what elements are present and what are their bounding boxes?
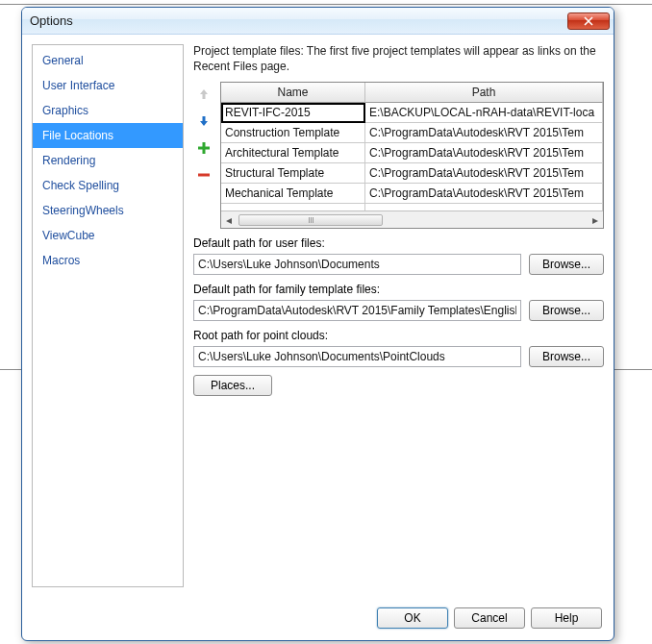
template-grid: NamePathREVIT-IFC-2015E:\BACKUP\LOCAL-nR…	[221, 83, 603, 211]
column-header-name[interactable]: Name	[221, 83, 365, 103]
sidebar-item-file-locations[interactable]: File Locations	[33, 123, 183, 148]
places-button[interactable]: Places...	[193, 375, 272, 396]
family-templates-browse-button[interactable]: Browse...	[529, 300, 604, 321]
user-files-label: Default path for user files:	[193, 236, 604, 250]
sidebar-item-graphics[interactable]: Graphics	[33, 98, 183, 123]
scroll-track[interactable]	[237, 213, 588, 227]
sidebar-item-viewcube[interactable]: ViewCube	[33, 223, 183, 248]
close-button[interactable]	[567, 12, 610, 30]
table-cell-path[interactable]: C:\ProgramData\Autodesk\RVT 2015\Tem	[365, 163, 603, 184]
point-clouds-input[interactable]	[193, 346, 521, 367]
table-cell-path[interactable]: C:\ProgramData\Autodesk\RVT 2015\Tem	[365, 143, 603, 163]
dialog-footer: OK Cancel Help	[22, 597, 614, 640]
cancel-button[interactable]: Cancel	[454, 607, 525, 629]
window-title: Options	[30, 13, 73, 28]
point-clouds-block: Root path for point clouds: Browse...	[193, 329, 604, 367]
titlebar[interactable]: Options	[22, 8, 614, 35]
table-cell-name[interactable]: Mechanical Template	[221, 184, 365, 204]
sidebar-item-macros[interactable]: Macros	[33, 248, 183, 273]
plus-icon	[196, 140, 212, 156]
sidebar-item-check-spelling[interactable]: Check Spelling	[33, 173, 183, 198]
dialog-body: GeneralUser InterfaceGraphicsFile Locati…	[22, 35, 614, 640]
user-files-browse-button[interactable]: Browse...	[529, 254, 604, 275]
table-cell-name[interactable]: Construction Template	[221, 123, 365, 143]
point-clouds-label: Root path for point clouds:	[193, 329, 604, 342]
add-button[interactable]	[193, 137, 214, 159]
scroll-thumb[interactable]	[238, 214, 383, 226]
template-table[interactable]: NamePathREVIT-IFC-2015E:\BACKUP\LOCAL-nR…	[220, 82, 604, 229]
table-cell-name[interactable]: Architectural Template	[221, 143, 365, 163]
remove-button[interactable]	[193, 164, 214, 186]
arrow-down-icon	[196, 113, 212, 129]
close-icon	[584, 16, 593, 26]
sidebar-item-user-interface[interactable]: User Interface	[33, 73, 183, 98]
horizontal-scrollbar[interactable]: ◂ ▸	[221, 211, 603, 228]
intro-text: Project template files: The first five p…	[193, 44, 604, 74]
family-templates-input[interactable]	[193, 300, 521, 321]
column-header-path[interactable]: Path	[365, 83, 603, 103]
sidebar: GeneralUser InterfaceGraphicsFile Locati…	[32, 44, 184, 587]
scroll-right-icon[interactable]: ▸	[588, 212, 603, 228]
minus-icon	[196, 167, 212, 183]
main-panel: Project template files: The first five p…	[193, 44, 604, 587]
family-templates-block: Default path for family template files: …	[193, 283, 604, 321]
family-templates-label: Default path for family template files:	[193, 283, 604, 296]
point-clouds-browse-button[interactable]: Browse...	[529, 346, 604, 367]
content-area: GeneralUser InterfaceGraphicsFile Locati…	[22, 35, 614, 597]
table-cell-path[interactable]: E:\BACKUP\LOCAL-nRAH-data\REVIT-loca	[365, 103, 603, 123]
user-files-input[interactable]	[193, 254, 521, 275]
template-table-area: NamePathREVIT-IFC-2015E:\BACKUP\LOCAL-nR…	[193, 82, 604, 229]
ok-button[interactable]: OK	[377, 607, 448, 629]
options-dialog: Options GeneralUser InterfaceGraphicsFil…	[21, 7, 614, 641]
help-button[interactable]: Help	[531, 607, 602, 629]
user-files-block: Default path for user files: Browse...	[193, 236, 604, 275]
svg-rect-2	[198, 174, 210, 177]
table-cell-name[interactable]: REVIT-IFC-2015	[221, 103, 365, 123]
table-cell-path[interactable]: C:\ProgramData\Autodesk\RVT 2015\Tem	[365, 184, 603, 204]
sidebar-item-steeringwheels[interactable]: SteeringWheels	[33, 198, 183, 223]
scroll-left-icon[interactable]: ◂	[221, 212, 237, 228]
arrow-up-icon	[196, 87, 212, 102]
sidebar-item-rendering[interactable]: Rendering	[33, 148, 183, 173]
move-up-button[interactable]	[193, 84, 214, 105]
table-buttons	[193, 82, 214, 229]
sidebar-item-general[interactable]: General	[33, 48, 183, 73]
table-cell-path[interactable]: C:\ProgramData\Autodesk\RVT 2015\Tem	[365, 123, 603, 143]
move-down-button[interactable]	[193, 111, 214, 132]
svg-rect-1	[198, 147, 210, 150]
table-cell-name[interactable]: Structural Template	[221, 163, 365, 184]
